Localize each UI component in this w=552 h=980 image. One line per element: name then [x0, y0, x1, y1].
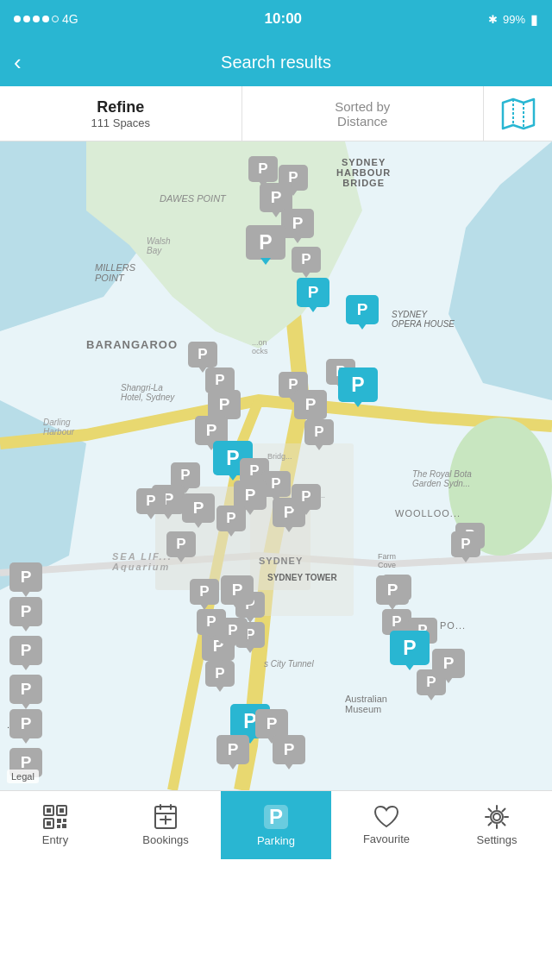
parking-pin[interactable]: P	[136, 488, 166, 514]
map-label-rock: ...onocks	[252, 338, 268, 355]
pin-box[interactable]: P	[9, 636, 42, 665]
svg-rect-15	[57, 825, 60, 828]
dot-5	[52, 16, 59, 22]
parking-pin[interactable]: P	[246, 225, 285, 260]
parking-pin[interactable]: P	[166, 531, 196, 557]
pin-box[interactable]: P	[216, 735, 249, 764]
parking-pin[interactable]: P	[9, 597, 42, 626]
svg-rect-16	[62, 824, 66, 828]
pin-box[interactable]: P	[451, 531, 480, 557]
parking-pin[interactable]: P	[346, 295, 379, 324]
parking-pin[interactable]: P	[248, 156, 278, 182]
spaces-label: 111 Spaces	[91, 116, 150, 129]
battery-area: ✱ 99% ▮	[488, 11, 538, 28]
nav-item-settings[interactable]: Settings	[442, 791, 552, 859]
parking-pin[interactable]: P	[208, 390, 241, 419]
nav-item-entry[interactable]: Entry	[0, 791, 110, 859]
parking-pin[interactable]: P	[9, 709, 42, 738]
map-label-farm: FarmCove	[378, 552, 396, 569]
battery-icon: ▮	[530, 11, 538, 28]
map-toggle-button[interactable]	[483, 86, 552, 141]
parking-pin[interactable]: P	[216, 735, 249, 764]
pin-box[interactable]: P	[304, 419, 334, 445]
map-label-botanic: The Royal BotaGarden Sydn...	[412, 469, 472, 488]
parking-pin[interactable]: P	[376, 575, 409, 605]
pin-box[interactable]: P	[182, 493, 215, 523]
parking-pin[interactable]: P	[255, 709, 288, 738]
page-title: Search results	[221, 53, 331, 72]
parking-pin[interactable]: P	[451, 531, 480, 557]
pin-box[interactable]: P	[136, 488, 166, 514]
parking-pin[interactable]: P	[9, 562, 42, 592]
pin-box[interactable]: P	[246, 225, 285, 260]
parking-pin[interactable]: P	[338, 368, 378, 402]
parking-pin[interactable]: P	[188, 342, 217, 368]
pin-box[interactable]: P	[9, 675, 42, 704]
parking-pin[interactable]: P	[9, 636, 42, 665]
pin-box[interactable]: P	[216, 506, 246, 531]
pin-box[interactable]: P	[376, 575, 409, 605]
pin-box[interactable]: P	[346, 295, 379, 324]
dot-1	[14, 16, 21, 22]
nav-label-parking: Parking	[257, 834, 295, 847]
pin-box[interactable]: P	[432, 649, 465, 678]
map-label-sydney-tower: SYDNEY TOWER	[267, 573, 337, 582]
pin-box[interactable]: P	[390, 631, 430, 665]
parking-pin[interactable]: P	[190, 579, 219, 605]
parking-pin[interactable]: P	[9, 675, 42, 704]
pin-box[interactable]: P	[338, 368, 378, 402]
parking-pin[interactable]: P	[205, 661, 235, 687]
parking-pin[interactable]: P	[294, 390, 327, 419]
map-area[interactable]: SYDNEYHARBOURBRIDGE DAWES POINT WalshBay…	[0, 141, 552, 790]
status-bar: 4G 10:00 ✱ 99% ▮	[0, 0, 552, 38]
pin-box[interactable]: P	[166, 531, 196, 557]
svg-rect-14	[63, 819, 66, 822]
pin-box[interactable]: P	[205, 661, 235, 687]
pin-box[interactable]: P	[221, 575, 254, 605]
parking-pin[interactable]: P	[281, 209, 314, 238]
pin-box[interactable]: P	[294, 390, 327, 419]
sort-button[interactable]: Sorted by Distance	[242, 86, 484, 141]
pin-box[interactable]: P	[9, 597, 42, 626]
pin-box[interactable]: P	[9, 709, 42, 738]
parking-pin[interactable]: P	[216, 506, 246, 531]
parking-pin[interactable]: P	[292, 247, 321, 273]
parking-pin[interactable]: P	[197, 609, 226, 635]
pin-box[interactable]: P	[188, 342, 217, 368]
parking-pin[interactable]: P	[390, 631, 430, 665]
pin-box[interactable]: P	[260, 183, 292, 212]
map-label-dawes: DAWES POINT	[160, 193, 226, 204]
parking-pin[interactable]: P	[432, 649, 465, 678]
map-label-opera: SYDNEYOPERA HOUSE	[392, 310, 455, 329]
network-type: 4G	[62, 12, 78, 26]
parking-pin[interactable]: P	[221, 575, 254, 605]
pin-box[interactable]: P	[9, 562, 42, 592]
pin-box[interactable]: P	[255, 709, 288, 738]
pin-box[interactable]: P	[292, 247, 321, 273]
pin-box[interactable]: P	[292, 484, 321, 510]
pin-box[interactable]: P	[190, 579, 219, 605]
parking-pin[interactable]: P	[260, 183, 292, 212]
pin-box[interactable]: P	[273, 735, 305, 764]
parking-pin[interactable]: P	[297, 278, 329, 307]
parking-pin[interactable]: P	[273, 735, 305, 764]
nav-item-bookings[interactable]: Bookings	[110, 791, 221, 859]
signal-dots	[14, 16, 59, 22]
nav-item-parking[interactable]: P Parking	[221, 791, 331, 859]
signal-area: 4G	[14, 12, 78, 26]
map-label-woolloo: WOOLLOO...	[395, 508, 461, 518]
pin-box[interactable]: P	[281, 209, 314, 238]
pin-box[interactable]: P	[197, 609, 226, 635]
refine-button[interactable]: Refine 111 Spaces	[0, 86, 242, 141]
parking-pin[interactable]: P	[292, 484, 321, 510]
parking-pin[interactable]: P	[182, 493, 215, 523]
back-button[interactable]: ‹	[14, 49, 22, 76]
pin-box[interactable]: P	[297, 278, 329, 307]
nav-label-entry: Entry	[42, 833, 68, 846]
toolbar: Refine 111 Spaces Sorted by Distance	[0, 86, 552, 141]
nav-item-favourite[interactable]: Favourite	[331, 791, 442, 859]
pin-box[interactable]: P	[208, 390, 241, 419]
parking-pin[interactable]: P	[304, 419, 334, 445]
dot-2	[23, 16, 30, 22]
pin-box[interactable]: P	[248, 156, 278, 182]
